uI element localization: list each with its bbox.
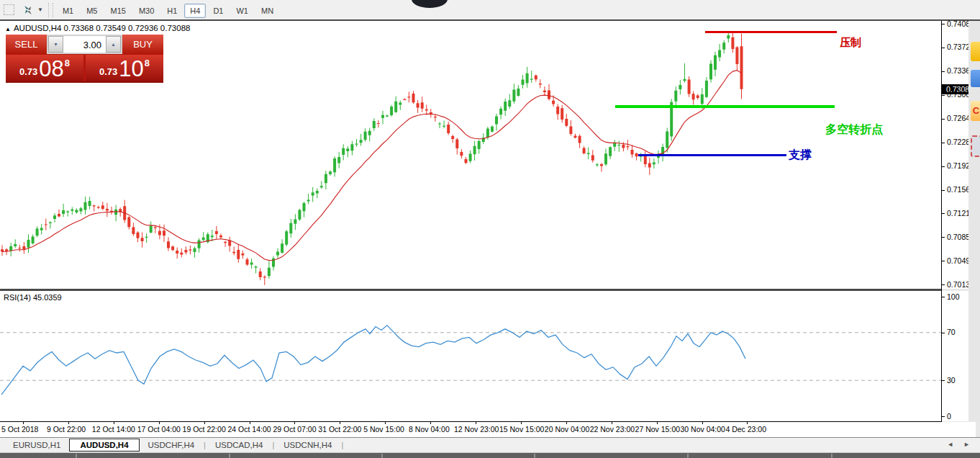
date-axis-tick xyxy=(250,421,250,424)
rsi-axis-tick xyxy=(942,380,945,381)
date-axis-label: 20 Nov 04:00 xyxy=(545,425,589,434)
toolbar: ▼ M1M5M15M30H1H4D1W1MN xyxy=(0,0,980,19)
collapse-triangle-icon[interactable]: ▲ xyxy=(5,26,11,32)
timeframe-m5-button[interactable]: M5 xyxy=(81,4,103,18)
tab-separator: | xyxy=(204,441,206,449)
rsi-axis-tick xyxy=(942,333,945,333)
date-axis-label: 12 Nov 23:00 xyxy=(454,425,499,434)
date-axis-label: 5 Oct 2018 xyxy=(1,425,38,434)
rsi-axis-label: 100 xyxy=(947,292,960,301)
date-axis[interactable]: 5 Oct 20189 Oct 22:0012 Oct 14:0017 Oct … xyxy=(0,422,976,437)
taskbar-divider xyxy=(831,454,832,458)
date-axis-label: 31 Oct 22:00 xyxy=(318,425,361,434)
desktop-edge: C xyxy=(968,21,980,421)
date-axis-label: 4 Dec 23:00 xyxy=(725,425,766,434)
date-axis-label: 22 Nov 23:00 xyxy=(590,425,635,434)
timeframe-mn-button[interactable]: MN xyxy=(255,4,279,18)
crosshair-arrows-icon[interactable] xyxy=(21,4,35,17)
mt4-window: ▼ M1M5M15M30H1H4D1W1MN 压制 多空转折点 支撑 ▲AUDU… xyxy=(0,0,980,458)
rsi-axis[interactable]: 10070300 xyxy=(942,291,968,421)
resistance-label: 压制 xyxy=(840,36,861,50)
rsi-axis-label: 30 xyxy=(947,376,956,385)
taskbar-divider xyxy=(229,454,230,458)
date-axis-label: 8 Nov 04:00 xyxy=(409,425,450,434)
buy-price[interactable]: 0.73 10 8 xyxy=(86,55,163,81)
candlestick-chart[interactable]: 压制 多空转折点 支撑 ▲AUDUSD,H4 0.73368 0.73549 0… xyxy=(0,21,942,289)
date-axis-tick xyxy=(747,421,748,424)
rsi-axis-label: 70 xyxy=(947,328,956,336)
support-line[interactable] xyxy=(638,154,786,156)
date-axis-label: 12 Oct 14:00 xyxy=(92,425,135,434)
chart-tab-audusd-h4[interactable]: AUDUSD,H4 xyxy=(69,439,139,452)
timeframe-h1-button[interactable]: H1 xyxy=(161,4,183,18)
date-axis-label: 9 Oct 22:00 xyxy=(47,425,86,434)
toolbar-separator xyxy=(48,3,53,17)
sell-price[interactable]: 0.73 08 8 xyxy=(6,55,83,81)
taskbar-strip xyxy=(0,452,980,458)
chart-tab-eurusd-h1[interactable]: EURUSD,H1 xyxy=(4,439,69,451)
rsi-axis-tick xyxy=(942,297,945,297)
chart-tab-bar: EURUSD,H1AUDUSD,H4USDCHF,H4|USDCAD,H4|US… xyxy=(0,437,980,452)
chart-tab-usdchf-h4[interactable]: USDCHF,H4 xyxy=(140,439,204,451)
chart-tab-usdcnh-h4[interactable]: USDCNH,H4 xyxy=(275,439,340,451)
timeframe-m15-button[interactable]: M15 xyxy=(104,4,131,18)
date-axis-label: 30 Nov 04:00 xyxy=(681,425,725,434)
date-axis-tick xyxy=(340,421,340,424)
price-axis-tick xyxy=(942,237,945,238)
rsi-chart-canvas[interactable] xyxy=(0,291,942,421)
pivot-line[interactable] xyxy=(615,105,835,108)
blue-app-icon[interactable] xyxy=(971,70,980,87)
dropdown-caret-icon[interactable]: ▼ xyxy=(37,6,43,13)
date-axis-tick xyxy=(521,421,522,424)
volume-decrease-button[interactable]: ▼ xyxy=(48,36,63,53)
buy-button[interactable]: BUY xyxy=(122,35,163,54)
chart-tab-usdcad-h4[interactable]: USDCAD,H4 xyxy=(207,439,271,451)
price-axis-tick xyxy=(942,213,945,214)
date-axis-tick xyxy=(476,421,476,424)
tab-scroll-right-icon[interactable]: ► xyxy=(963,441,970,448)
rsi-axis-label: 0 xyxy=(947,412,951,421)
price-axis-tick xyxy=(942,95,945,96)
symbol-ohlc-line: ▲AUDUSD,H4 0.73368 0.73549 0.72936 0.730… xyxy=(5,24,190,32)
price-axis-tick xyxy=(942,143,945,143)
resistance-line[interactable] xyxy=(705,31,837,33)
date-axis-label: 15 Nov 15:00 xyxy=(499,425,544,434)
tab-separator: | xyxy=(341,441,343,449)
date-axis-tick xyxy=(612,421,612,424)
date-axis-tick xyxy=(702,421,703,424)
volume-increase-button[interactable]: ▲ xyxy=(106,36,121,53)
volume-input[interactable]: 3.00 xyxy=(63,36,106,53)
volume-box: ▼ 3.00 ▲ xyxy=(47,35,122,54)
orange-app-icon[interactable]: C xyxy=(971,101,980,121)
price-axis-tick xyxy=(942,166,945,167)
date-axis-tick xyxy=(430,421,431,424)
timeframe-d1-button[interactable]: D1 xyxy=(207,4,229,18)
date-axis-tick xyxy=(114,421,114,424)
timeframe-w1-button[interactable]: W1 xyxy=(230,4,254,18)
rsi-axis-tick xyxy=(942,416,945,417)
one-click-trade-panel: SELL ▼ 3.00 ▲ BUY 0.73 08 8 0.73 10 8 xyxy=(6,35,163,81)
date-axis-label: 29 Oct 07:00 xyxy=(273,425,316,434)
timeframe-m1-button[interactable]: M1 xyxy=(57,4,79,18)
price-axis-tick xyxy=(942,261,945,261)
yellow-app-icon[interactable] xyxy=(971,42,980,61)
timeframe-buttons: M1M5M15M30H1H4D1W1MN xyxy=(56,4,280,17)
support-label: 支撑 xyxy=(789,148,812,163)
sell-button[interactable]: SELL xyxy=(6,35,47,54)
date-axis-tick xyxy=(23,421,24,424)
date-axis-label: 5 Nov 15:00 xyxy=(363,425,404,434)
dashed-shortcut-icon[interactable] xyxy=(971,135,980,157)
rsi-indicator-pane[interactable]: RSI(14) 45.0359 xyxy=(0,291,942,421)
taskbar-divider xyxy=(534,454,535,458)
date-axis-tick xyxy=(68,421,69,424)
taskbar-divider xyxy=(687,454,689,458)
timeframe-m30-button[interactable]: M30 xyxy=(133,4,160,18)
price-axis[interactable]: 0.73088 0.740800.737200.733600.730000.72… xyxy=(942,21,968,289)
selection-rect-icon[interactable] xyxy=(4,4,18,17)
tab-scroll-left-icon[interactable]: ◄ xyxy=(947,441,953,448)
price-axis-tick xyxy=(942,24,945,24)
date-axis-label: 24 Oct 14:00 xyxy=(228,425,271,434)
date-axis-tick xyxy=(204,421,205,424)
timeframe-h4-button[interactable]: H4 xyxy=(184,4,206,18)
price-axis-tick xyxy=(942,190,945,191)
